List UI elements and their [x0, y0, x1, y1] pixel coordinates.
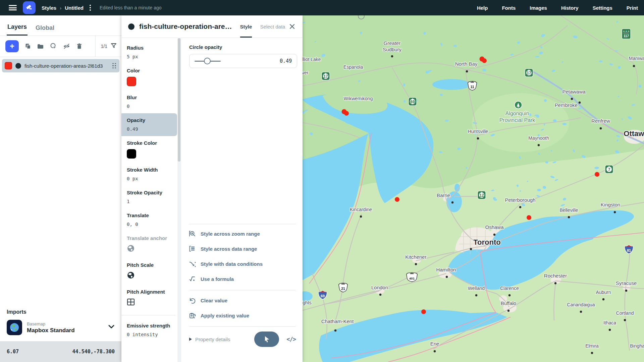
town-dot [415, 263, 417, 265]
tab-layers[interactable]: Layers [7, 23, 28, 36]
data-point[interactable] [344, 111, 349, 116]
town-dot [493, 234, 495, 236]
code-view-icon[interactable]: </> [286, 336, 296, 343]
delete-layer-trash-icon[interactable] [76, 43, 83, 50]
duplicate-layer-icon[interactable] [24, 43, 31, 50]
property-details-toggle[interactable]: Property details [189, 337, 230, 342]
mapbox-studio-logo[interactable] [23, 1, 36, 14]
property-opacity[interactable]: Opacity0.49 [121, 113, 177, 136]
circle-layer-type-icon [128, 23, 135, 30]
property-scrollbar[interactable] [177, 38, 181, 362]
link-label: Apply existing value [201, 313, 249, 318]
slider-handle[interactable] [204, 58, 211, 64]
data-point[interactable] [395, 197, 399, 202]
property-color[interactable]: Color [121, 64, 177, 90]
link-style-across-data-range[interactable]: Style across data range [189, 241, 296, 256]
globe-muted-icon [127, 244, 173, 254]
select-mode-button[interactable] [254, 331, 279, 347]
basemap-globe-thumbnail [7, 320, 22, 335]
top-menu-help[interactable]: Help [477, 5, 488, 11]
map-label-welland: Welland [468, 286, 485, 291]
basemap-name: Mapbox Standard [27, 327, 75, 334]
property-label: Translate anchor [127, 235, 173, 241]
add-layer-button[interactable]: + [5, 40, 19, 52]
panel-header: fish-culture-operation-are… StyleSelect … [121, 15, 303, 38]
breadcrumb-style-name[interactable]: Untitled [65, 5, 84, 11]
color-swatch[interactable] [127, 77, 136, 86]
filter-layers-funnel-icon[interactable] [111, 43, 117, 50]
paint-roller-icon [25, 4, 33, 12]
property-blur[interactable]: Blur0 [121, 90, 177, 113]
svg-text:401: 401 [409, 277, 415, 280]
svg-text:69: 69 [410, 100, 415, 104]
chevron-down-icon[interactable] [108, 324, 115, 330]
town-dot [477, 137, 479, 139]
top-menu-settings[interactable]: Settings [593, 5, 612, 11]
select-feature-icon[interactable] [50, 43, 57, 50]
link-style-across-zoom-range[interactable]: Style across zoom range [189, 226, 296, 241]
property-pitch-scale[interactable]: Pitch Scale [121, 258, 177, 285]
edited-status: Edited less than a minute ago [100, 5, 161, 10]
map-label-ottawa: Ottawa [624, 129, 644, 138]
top-menu-fonts[interactable]: Fonts [502, 5, 516, 11]
panel-tab-select-data[interactable]: Select data [260, 15, 285, 38]
basemap-kind-label: Basemap [27, 321, 75, 326]
map-label-london: London [371, 285, 388, 290]
link-style-with-data-conditions[interactable]: Style with data conditions [189, 256, 296, 272]
data-point[interactable] [421, 309, 426, 314]
layers-sidebar: LayersGlobal + 1/1 fish-culture-operat [0, 15, 121, 362]
opacity-value: 0.49 [280, 58, 292, 64]
property-translate[interactable]: Translate0, 0 [121, 208, 177, 231]
svg-text:11: 11 [470, 85, 474, 89]
svg-text:17: 17 [527, 71, 531, 75]
viewport-grid-icon [127, 298, 173, 307]
action-apply-existing-value[interactable]: Apply existing value [189, 308, 296, 323]
top-menu-images[interactable]: Images [530, 5, 547, 11]
layer-row-fish-culture[interactable]: fish-culture-operation-areas-2l61d3 [2, 59, 119, 72]
tab-global[interactable]: Global [35, 24, 55, 36]
breadcrumb-styles[interactable]: Styles [42, 5, 56, 11]
property-emissive-strength[interactable]: Emissive strength0 intensity [121, 319, 177, 342]
property-stroke-width[interactable]: Stroke Width0 px [121, 163, 177, 186]
property-pitch-alignment[interactable]: Pitch Alignment [121, 285, 177, 312]
map-canvas[interactable]: + + +11717171169127814012169 lliot Lakev… [303, 15, 644, 362]
map-label-espanola: Espanola [343, 64, 363, 70]
data-point[interactable] [527, 215, 531, 220]
basemap-row[interactable]: Basemap Mapbox Standard [7, 320, 115, 335]
action-clear-value[interactable]: Clear value [189, 293, 296, 308]
data-point[interactable] [595, 172, 599, 177]
map-label-ver: ver [303, 70, 309, 75]
triangle-right-icon [189, 338, 192, 341]
panel-tab-style[interactable]: Style [240, 15, 252, 38]
zoom-level: 6.07 [7, 349, 19, 355]
opacity-slider[interactable] [195, 58, 221, 64]
property-translate-anchor[interactable]: Translate anchor [121, 231, 177, 258]
map-label-renfrew: Renfrew [591, 118, 610, 124]
top-menu-history[interactable]: History [561, 5, 579, 11]
property-value: 0, 0 [127, 222, 173, 227]
map-label-cortland: Cortland [616, 310, 634, 316]
link-label: Use a formula [201, 276, 234, 282]
color-swatch[interactable] [127, 149, 136, 159]
drag-handle-icon[interactable] [112, 63, 116, 69]
map-label-belleville: Belleville [559, 207, 578, 213]
map-label-auburn: Auburn [596, 290, 611, 295]
hamburger-menu-icon[interactable] [9, 5, 17, 10]
property-stroke-color[interactable]: Stroke Color [121, 136, 177, 163]
link-label: Style across data range [201, 246, 257, 252]
style-options-kebab-icon[interactable] [88, 3, 92, 12]
town-dot [600, 127, 602, 129]
layer-list: fish-culture-operation-areas-2l61d3 [0, 57, 121, 74]
map-label-erie: Erie [430, 341, 439, 347]
group-layers-folder-icon[interactable] [37, 43, 44, 50]
property-radius[interactable]: Radius5 px [121, 41, 177, 64]
top-menu-print[interactable]: Print [627, 5, 638, 11]
data-point[interactable] [482, 58, 487, 63]
link-use-a-formula[interactable]: Use a formula [189, 272, 296, 287]
town-dot [470, 248, 472, 250]
close-panel-icon[interactable] [288, 22, 297, 31]
town-dot [466, 70, 468, 72]
hide-layer-eye-off-icon[interactable] [63, 43, 70, 50]
property-stroke-opacity[interactable]: Stroke Opacity1 [121, 186, 177, 208]
map-label-wikwemikong: Wikwemikong [344, 96, 373, 101]
